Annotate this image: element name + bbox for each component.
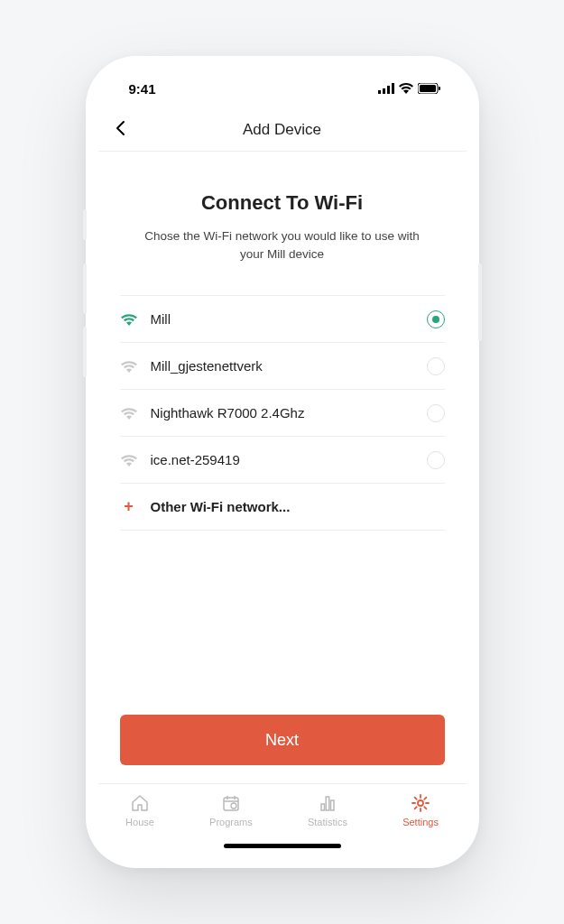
battery-icon [418, 81, 441, 97]
wifi-ssid: Mill_gjestenettverk [151, 358, 414, 374]
subtitle: Chose the Wi-Fi network you would like t… [120, 227, 445, 263]
home-indicator[interactable] [224, 844, 341, 848]
other-network-row[interactable]: + Other Wi-Fi network... [120, 484, 445, 531]
wifi-ssid: Nighthawk R7000 2.4Ghz [151, 405, 414, 420]
tab-settings[interactable]: Settings [402, 793, 439, 855]
other-network-label: Other Wi-Fi network... [151, 499, 445, 514]
volume-button [83, 209, 87, 240]
svg-rect-14 [330, 800, 334, 810]
svg-rect-0 [378, 90, 381, 94]
next-button-label: Next [265, 731, 299, 750]
page-title: Add Device [243, 121, 321, 139]
svg-rect-2 [387, 86, 390, 94]
radio-unselected[interactable] [427, 451, 445, 469]
heading: Connect To Wi-Fi [120, 191, 445, 215]
wifi-row[interactable]: ice.net-259419 [120, 437, 445, 484]
house-icon [130, 793, 150, 813]
wifi-icon [120, 360, 138, 373]
wifi-icon [399, 81, 413, 97]
svg-rect-1 [383, 88, 385, 94]
calendar-icon [221, 793, 241, 813]
svg-rect-13 [326, 797, 329, 810]
tab-label: Settings [402, 817, 439, 827]
volume-button [83, 327, 87, 377]
wifi-list: Mill Mill_gjestenettverk Nighthawk R7000… [120, 295, 445, 531]
tab-label: Programs [209, 817, 253, 827]
wifi-icon [120, 313, 138, 326]
bar-chart-icon [318, 793, 337, 813]
wifi-icon [120, 454, 138, 467]
svg-rect-12 [321, 804, 325, 810]
notch [201, 69, 364, 94]
radio-unselected[interactable] [427, 404, 445, 422]
wifi-ssid: Mill [151, 311, 414, 327]
phone-frame: 9:41 Add Device Connect To Wi-Fi Cho [86, 56, 479, 868]
gear-icon [411, 793, 430, 813]
wifi-row[interactable]: Nighthawk R7000 2.4Ghz [120, 390, 445, 437]
status-icons [378, 81, 441, 97]
radio-selected[interactable] [427, 310, 445, 328]
status-time: 9:41 [129, 81, 156, 97]
navbar: Add Device [98, 108, 467, 152]
volume-button [83, 263, 87, 314]
svg-rect-3 [392, 83, 394, 94]
next-button[interactable]: Next [120, 715, 445, 765]
cellular-icon [378, 81, 394, 97]
tab-label: Statistics [308, 817, 347, 827]
tab-house[interactable]: House [125, 793, 154, 855]
svg-rect-5 [420, 85, 436, 92]
content: Connect To Wi-Fi Chose the Wi-Fi network… [98, 152, 467, 783]
wifi-row[interactable]: Mill [120, 296, 445, 343]
tab-label: House [125, 817, 154, 827]
svg-point-15 [418, 800, 423, 806]
spacer [120, 531, 445, 715]
svg-rect-6 [439, 87, 440, 90]
power-button [478, 263, 482, 341]
plus-icon: + [120, 497, 138, 516]
wifi-row[interactable]: Mill_gjestenettverk [120, 343, 445, 390]
wifi-icon [120, 407, 138, 420]
radio-unselected[interactable] [427, 357, 445, 375]
wifi-ssid: ice.net-259419 [151, 452, 414, 467]
svg-point-11 [231, 803, 236, 808]
chevron-left-icon [115, 120, 125, 136]
screen: 9:41 Add Device Connect To Wi-Fi Cho [98, 69, 467, 855]
back-button[interactable] [115, 118, 125, 142]
